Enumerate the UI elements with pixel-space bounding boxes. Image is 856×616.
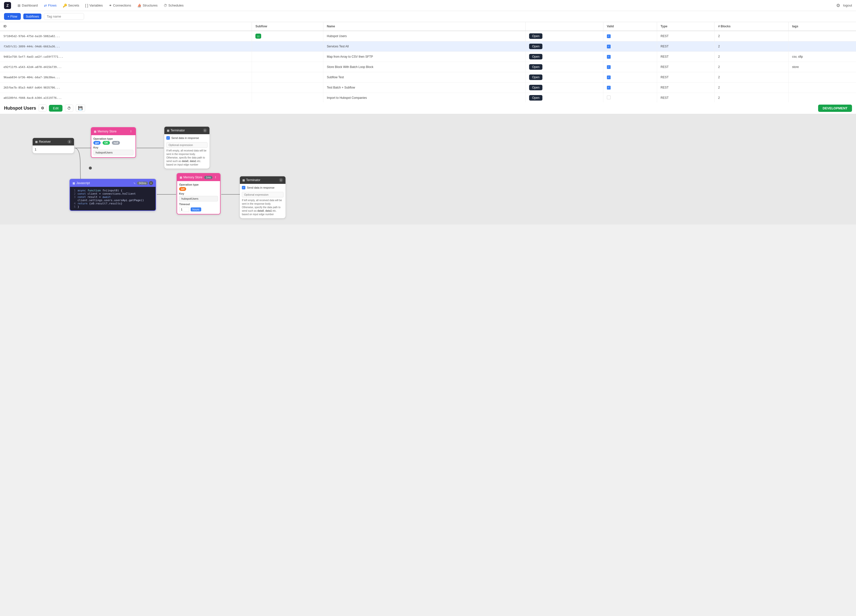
hours-badge: hours (191, 207, 201, 212)
timeout-row: hours (179, 207, 218, 212)
schedules-icon: ⏱ (163, 3, 167, 8)
cell-open: Open (525, 62, 603, 72)
receiver-node: ▦ Receiver i 1 (32, 138, 74, 153)
cell-name: Hubspot Users (323, 31, 525, 41)
cell-valid: ✓ (603, 31, 657, 41)
cell-blocks: 2 (714, 31, 788, 41)
cell-tags: csv, sftp (788, 52, 856, 62)
connections-icon: ⚭ (109, 3, 112, 8)
optional-expr-bot[interactable] (242, 192, 283, 197)
valid-check: ✓ (607, 65, 611, 69)
memory-bot-timing: 1ms (204, 176, 212, 179)
cell-tags (788, 83, 856, 93)
tag-name-input[interactable] (44, 13, 84, 20)
dashboard-icon: ⊞ (18, 3, 21, 8)
col-tags: tags (788, 22, 856, 31)
env-button[interactable]: DEVELOPMENT (818, 104, 852, 112)
op-type-label: Operation type (93, 137, 134, 140)
cell-blocks: 2 (714, 93, 788, 103)
cell-name: Test Batch + Subflow (323, 83, 525, 93)
cell-tags: store (788, 62, 856, 72)
open-button[interactable]: Open (529, 85, 542, 90)
js-code-area: 1async function fn(input0) { 2 const cli… (70, 187, 155, 210)
cell-subflow (252, 93, 323, 103)
send-data-checkbox-bot[interactable]: ✓ (242, 186, 245, 189)
cell-blocks: 2 (714, 52, 788, 62)
nav-schedules[interactable]: ⏱ Schedules (161, 2, 186, 9)
terminator-top-node: ▦ Terminator i ✓ Send data in response I… (164, 127, 209, 169)
new-flow-button[interactable]: + Flow (4, 13, 21, 20)
cell-name: Store Block With Batch Loop Block (323, 62, 525, 72)
settings-icon[interactable]: ⚙ (836, 3, 840, 8)
logout-button[interactable]: logout (843, 3, 852, 7)
open-button[interactable]: Open (529, 95, 542, 101)
table-row[interactable]: f3d5fc51-3099-444c-94d6-6663a36... Servi… (0, 41, 856, 52)
js-icon: ▦ (72, 181, 75, 185)
memory-bot-icon: ▦ (180, 176, 182, 179)
cell-id: a03289fd-f848-4ac8-b304-a1519776... (0, 93, 252, 103)
memory-store-top-node: ▦ Memory Store ! Operation type get OK n… (91, 127, 136, 158)
js-expand-icon: ⤡ (134, 182, 135, 184)
subflows-button[interactable]: Subflows (23, 14, 42, 19)
receiver-value: 1 (35, 147, 36, 151)
flows-icon: ⇄ (44, 3, 47, 8)
valid-check: ✓ (607, 34, 611, 38)
variables-icon: [ ] (85, 3, 88, 8)
js-info-icon: i (149, 181, 153, 185)
valid-check: ✓ (607, 45, 611, 48)
timeout-input[interactable] (179, 207, 189, 212)
flow-save-button[interactable]: 💾 (76, 104, 85, 112)
cell-id: 265fbe7b-85a3-4d6f-bd64-9835706... (0, 83, 252, 93)
cell-id: f3d5fc51-3099-444c-94d6-6663a36... (0, 41, 252, 52)
cell-blocks: 2 (714, 41, 788, 52)
flow-history-button[interactable]: ⏱ (65, 104, 73, 112)
cell-type: REST (657, 31, 714, 41)
receiver-header-icon: ▦ (35, 140, 38, 143)
cell-subflow: ⚏ (252, 31, 323, 41)
table-row[interactable]: e92f11f9-a543-42d4-a078-d415b739... Stor… (0, 62, 856, 72)
open-button[interactable]: Open (529, 54, 542, 60)
cell-name: Services Test All (323, 41, 525, 52)
open-button[interactable]: Open (529, 44, 542, 49)
table-row[interactable]: 9481e750-5ef7-4ad3-ad2f-ca59f7771... Map… (0, 52, 856, 62)
nav-dashboard[interactable]: ⊞ Dashboard (15, 2, 40, 9)
terminator-top-help: If left empty, all received data will be… (166, 149, 208, 166)
flow-edit-button[interactable]: Edit (49, 105, 63, 112)
open-button[interactable]: Open (529, 33, 542, 39)
valid-check: ✓ (607, 86, 611, 89)
table-body: 5f1845d2-97b6-475d-ba10-5882a02... ⚏ Hub… (0, 31, 856, 102)
key-value-top: hubspotUsers (93, 150, 134, 155)
nav-variables[interactable]: [ ] Variables (83, 2, 105, 9)
open-button[interactable]: Open (529, 74, 542, 80)
set-badge: set (179, 187, 186, 191)
cell-open: Open (525, 72, 603, 83)
send-data-checkbox-top[interactable]: ✓ (166, 136, 170, 140)
table-row[interactable]: 5f1845d2-97b6-475d-ba10-5882a02... ⚏ Hub… (0, 31, 856, 41)
logo: Z (4, 2, 11, 9)
js-timing: 343ms (137, 181, 148, 185)
flow-settings-button[interactable]: ⚙ (38, 104, 46, 112)
cell-blocks: 2 (714, 72, 788, 83)
col-type: Type (657, 22, 714, 31)
nav-structures[interactable]: ⛵ Structures (135, 2, 160, 9)
op-type-label-bot: Operation type (179, 183, 218, 186)
nav-flows[interactable]: ⇄ Flows (42, 2, 59, 9)
memory-bot-info-icon: ! (214, 175, 217, 179)
cell-name: Import to Hubspot Companies (323, 93, 525, 103)
valid-check-empty (607, 95, 611, 99)
cell-id: 96aab034-bf36-404c-b6a7-18b38ee... (0, 72, 252, 83)
optional-expr-top[interactable] (166, 142, 208, 148)
open-button[interactable]: Open (529, 64, 542, 70)
null-badge: null (112, 141, 120, 145)
cell-type: REST (657, 52, 714, 62)
nav-secrets[interactable]: 🔑 Secrets (60, 2, 82, 9)
terminator-bot-node: ▦ Terminator i ✓ Send data in response I… (240, 176, 285, 218)
flow-title: Hubspot Users (4, 106, 36, 111)
table-row[interactable]: 96aab034-bf36-404c-b6a7-18b38ee... Subfl… (0, 72, 856, 83)
nav-connections[interactable]: ⚭ Connections (106, 2, 134, 9)
table-row[interactable]: 265fbe7b-85a3-4d6f-bd64-9835706... Test … (0, 83, 856, 93)
cell-tags (788, 31, 856, 41)
table-row[interactable]: a03289fd-f848-4ac8-b304-a1519776... Impo… (0, 93, 856, 103)
flow-canvas: ▦ Receiver i 1 ▦ Memory Store ! Operatio… (0, 114, 856, 224)
cell-id: 5f1845d2-97b6-475d-ba10-5882a02... (0, 31, 252, 41)
